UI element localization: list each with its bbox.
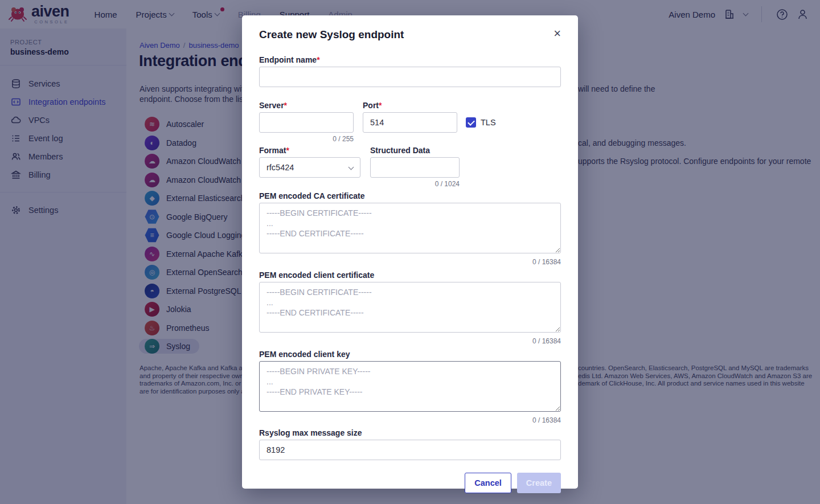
client-certificate-label: PEM encoded client certificate xyxy=(259,271,561,280)
create-button[interactable]: Create xyxy=(517,473,561,493)
format-selected-value: rfc5424 xyxy=(266,163,294,172)
format-select[interactable]: rfc5424 xyxy=(259,157,360,178)
endpoint-name-input[interactable] xyxy=(259,67,561,87)
create-syslog-endpoint-dialog: Create new Syslog endpoint × Endpoint na… xyxy=(242,15,578,489)
port-label: Port* xyxy=(363,101,457,110)
structured-data-char-counter: 0 / 1024 xyxy=(370,180,460,187)
dialog-title: Create new Syslog endpoint xyxy=(259,28,404,42)
server-label: Server* xyxy=(259,101,354,110)
port-input[interactable] xyxy=(363,112,457,133)
format-label: Format* xyxy=(259,146,360,155)
chevron-down-icon xyxy=(348,164,354,170)
ca-certificate-textarea[interactable] xyxy=(259,203,561,253)
ca-certificate-label: PEM encoded CA certificate xyxy=(259,191,561,201)
tls-label: TLS xyxy=(481,118,496,127)
structured-data-label: Structured Data xyxy=(370,146,460,155)
client-key-textarea[interactable] xyxy=(259,361,561,412)
app-root: aiven CONSOLE Home Projects Tools Billin… xyxy=(0,0,820,504)
tls-checkbox[interactable] xyxy=(466,117,476,128)
max-message-size-input[interactable] xyxy=(259,440,561,460)
max-message-size-label: Rsyslog max message size xyxy=(259,428,561,438)
client-key-label: PEM encoded client key xyxy=(259,350,561,359)
server-char-counter: 0 / 255 xyxy=(259,135,354,142)
ca-certificate-char-counter: 0 / 16384 xyxy=(259,258,561,265)
close-icon[interactable]: × xyxy=(554,28,561,39)
client-certificate-char-counter: 0 / 16384 xyxy=(259,337,561,344)
structured-data-input[interactable] xyxy=(370,157,460,178)
endpoint-name-label: Endpoint name* xyxy=(259,55,561,65)
cancel-button[interactable]: Cancel xyxy=(465,473,511,493)
client-certificate-textarea[interactable] xyxy=(259,282,561,333)
client-key-char-counter: 0 / 16384 xyxy=(259,416,561,423)
server-input[interactable] xyxy=(259,112,354,133)
